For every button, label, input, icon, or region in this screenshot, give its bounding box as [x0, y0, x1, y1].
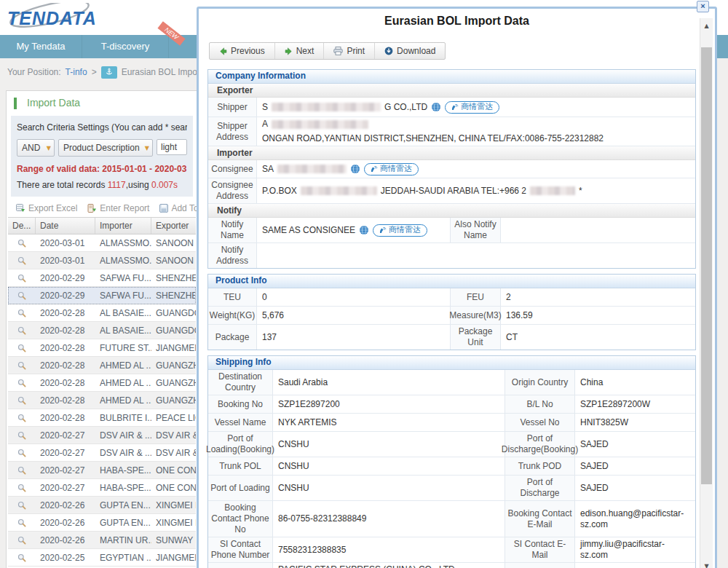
magnifier-icon[interactable]: [8, 553, 36, 562]
radar-button[interactable]: 商情雷达: [364, 163, 419, 175]
table-row[interactable]: 2020-02-29SAFWA FU...SHENZHEN...: [8, 269, 196, 287]
download-button[interactable]: Download: [375, 43, 445, 59]
consignee-value: SA 商情雷达: [257, 160, 695, 178]
magnifier-icon[interactable]: [8, 449, 36, 457]
svg-text:TENDATA: TENDATA: [7, 8, 97, 28]
row-date: 2020-02-29: [36, 273, 95, 283]
scroll-up-icon[interactable]: ▲: [700, 23, 713, 29]
field-label: Booking Contact E-Mail: [505, 501, 575, 537]
magnifier-icon[interactable]: [8, 274, 36, 283]
col-exporter[interactable]: Exporter: [151, 218, 196, 234]
next-button[interactable]: Next: [275, 43, 325, 59]
table-row[interactable]: 2020-03-01ALMASSMO...SANOON I...: [8, 234, 196, 252]
breadcrumb: Your Position: T-info > Eurasian BOL Imp…: [7, 64, 207, 80]
field-value: CNSHU: [273, 457, 505, 475]
row-date: 2020-02-28: [36, 343, 95, 353]
magnifier-icon[interactable]: [8, 484, 36, 492]
field-value: Saudi Arabia: [273, 370, 505, 395]
title-accent-bar: [14, 98, 17, 109]
breadcrumb-link-t-info[interactable]: T-info: [66, 67, 87, 77]
table-row[interactable]: 2020-02-28AHMED AL ...GUANGZH...: [8, 357, 196, 374]
nav-t-discovery[interactable]: T-discovery NEW: [82, 35, 168, 58]
field-label: B/L No: [505, 395, 575, 413]
close-icon[interactable]: ×: [697, 1, 709, 12]
shipping-info-table: Destination CountrySaudi ArabiaOrigin Co…: [208, 370, 695, 568]
chevron-down-icon: ▼: [47, 145, 51, 151]
results-table: De... Date Importer Exporter 2020-03-01A…: [8, 217, 196, 567]
magnifier-icon[interactable]: [8, 501, 36, 510]
modal-scrollbar[interactable]: ▲ ▼: [700, 18, 713, 568]
company-info-header: Company Information: [208, 70, 695, 84]
magnifier-icon[interactable]: [8, 326, 36, 335]
field-select[interactable]: Product Description ▼: [58, 139, 153, 157]
magnifier-icon[interactable]: [8, 291, 36, 300]
row-exporter: GUANGZH...: [151, 378, 196, 388]
magnifier-icon[interactable]: [8, 344, 36, 352]
breadcrumb-prefix: Your Position:: [7, 67, 61, 77]
col-importer[interactable]: Importer: [95, 218, 151, 234]
product-info-table: TEU0FEU2Weight(KG)5,676Measure(M3)136.59…: [208, 288, 695, 350]
field-label: Port of Discharge(Booking): [505, 432, 575, 457]
tendata-logo[interactable]: TENDATA: [4, 3, 106, 36]
radar-button[interactable]: 商情雷达: [445, 101, 499, 114]
scrollbar-thumb[interactable]: [701, 47, 712, 484]
globe-icon[interactable]: [350, 164, 360, 174]
magnifier-icon[interactable]: [8, 431, 36, 440]
field-label: Package: [208, 325, 257, 350]
field-label: Measure(M3): [450, 307, 501, 324]
shipper-value: SG CO.,LTD 商情雷达: [257, 98, 695, 117]
globe-icon[interactable]: [431, 102, 441, 112]
table-row[interactable]: 2020-03-01ALMASSMO...SANOON I...: [8, 252, 196, 269]
table-row[interactable]: 2020-02-27HABA-SPE...ONE CONT...: [8, 479, 196, 497]
operator-select[interactable]: AND ▼: [17, 139, 55, 157]
magnifier-icon[interactable]: [8, 309, 36, 317]
magnifier-icon[interactable]: [8, 414, 36, 422]
field-value: 5,676: [257, 307, 450, 324]
col-date[interactable]: Date: [36, 218, 95, 234]
magnifier-icon[interactable]: [8, 379, 36, 387]
table-row[interactable]: 2020-02-28AL BASAIE...GUANGDO...: [8, 322, 196, 339]
magnifier-icon[interactable]: [8, 256, 36, 265]
radar-button[interactable]: 商情雷达: [373, 224, 427, 237]
magnifier-icon[interactable]: [8, 518, 36, 527]
table-row[interactable]: 2020-02-26GUPTA EN...XINGMEI IN: [8, 514, 196, 532]
redacted-text: [272, 120, 368, 129]
globe-icon[interactable]: [359, 225, 369, 235]
download-label: Download: [397, 46, 435, 56]
magnifier-icon[interactable]: [8, 536, 36, 545]
enter-report-button[interactable]: Enter Report: [82, 203, 154, 213]
results-table-header: De... Date Importer Exporter: [8, 217, 196, 234]
table-row[interactable]: 2020-02-27DSV AIR & ...DSV AIR &: [8, 444, 196, 462]
table-row[interactable]: 2020-02-26MARTIN UR...SUNWAY L...: [8, 532, 196, 549]
table-row[interactable]: 2020-02-28AL BASAIE...GUANGDO...: [8, 304, 196, 322]
row-date: 2020-02-28: [36, 326, 95, 336]
print-button[interactable]: Print: [324, 43, 375, 59]
field-row: SI Contact Phone Number75582312388835SI …: [208, 537, 695, 563]
table-row[interactable]: 2020-02-29SAFWA FU...SHENZHEN...: [8, 287, 196, 304]
table-row[interactable]: 2020-02-27DSV AIR & ...DSV AIR &: [8, 427, 196, 444]
field-label: Trunk POL: [208, 457, 273, 475]
col-detail[interactable]: De...: [8, 218, 36, 234]
magnifier-icon[interactable]: [8, 239, 36, 248]
keyword-input[interactable]: [157, 139, 187, 155]
table-row[interactable]: 2020-02-28FUTURE ST...JIANGMEN: [8, 339, 196, 357]
table-row[interactable]: 2020-02-26GUPTA EN...XINGMEI IN: [8, 497, 196, 514]
magnifier-icon[interactable]: [8, 396, 36, 405]
table-row[interactable]: 2020-02-28BULBRITE I...PEACE LIG...: [8, 409, 196, 427]
magnifier-icon[interactable]: [8, 466, 36, 475]
table-row[interactable]: 2020-02-28AHMED AL ...GUANGZH...: [8, 392, 196, 409]
add-to-button[interactable]: Add To: [154, 203, 197, 213]
table-row[interactable]: 2020-02-28AHMED AL ...GUANGZH...: [8, 374, 196, 392]
consignee-address-value: P.O.BOXJEDDAH-SAUDI ARABIA TEL:+966 2*: [257, 178, 695, 203]
field-value: jimmy.liu@pacificstar-sz.com: [575, 537, 695, 562]
nav-my-tendata[interactable]: My Tendata: [0, 35, 82, 58]
row-date: 2020-02-28: [36, 413, 95, 423]
field-row: Booking NoSZP1E2897200B/L NoSZP1E2897200…: [208, 395, 695, 414]
row-exporter: GUANGZH...: [151, 395, 196, 406]
previous-button[interactable]: Previous: [210, 43, 275, 59]
table-row[interactable]: 2020-02-25EGYPTIAN ...JIANGMEN: [8, 549, 196, 567]
magnifier-icon[interactable]: [8, 361, 36, 370]
table-row[interactable]: 2020-02-27HABA-SPE...ONE CONT...: [8, 462, 196, 479]
scroll-down-icon[interactable]: ▼: [700, 563, 713, 568]
export-excel-button[interactable]: Export Excel: [11, 203, 82, 213]
